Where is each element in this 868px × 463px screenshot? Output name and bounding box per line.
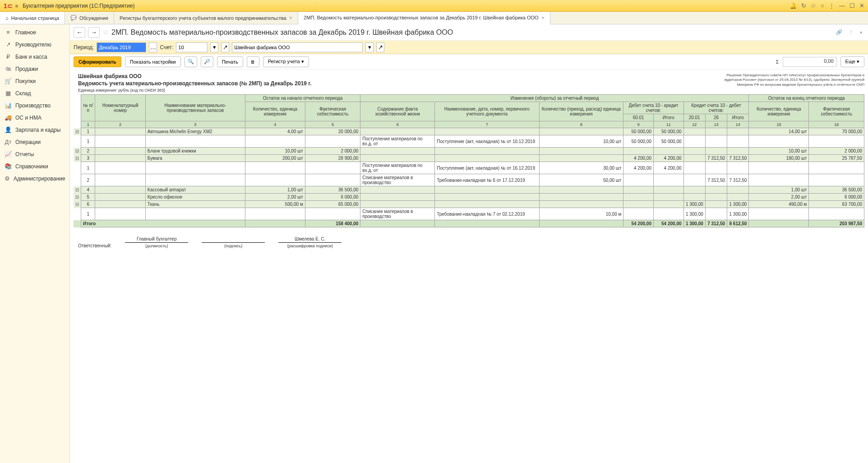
sidebar-icon: 🛒	[5, 78, 12, 84]
sidebar-icon: 🛍	[5, 65, 12, 72]
sidebar-item-9[interactable]: ДтОперации	[0, 136, 69, 148]
window-controls: 🔔 ↻ ☆ ○ ⋮ — ☐ ✕	[790, 2, 864, 9]
table-row[interactable]: 2Списание материалов в производствоТребо…	[74, 174, 864, 186]
account-input[interactable]	[176, 42, 208, 52]
circle-icon[interactable]: ○	[821, 2, 824, 9]
tab-registers-label: Регистры бухгалтерского учета субъектов …	[120, 15, 286, 21]
report-notice: Решение Президентского совета НП «Инстит…	[724, 73, 864, 87]
expand-icon[interactable]: ⊟	[74, 155, 81, 162]
close-icon[interactable]: ×	[289, 14, 293, 21]
expand-icon[interactable]	[74, 174, 81, 186]
forward-button[interactable]: →	[88, 27, 100, 38]
sidebar-item-6[interactable]: 📊Производство	[0, 99, 69, 111]
table-row[interactable]: ⊟1Автошина Michelin Energy XM24,00 шт20 …	[74, 128, 864, 135]
more-button[interactable]: Еще ▾	[840, 56, 864, 67]
back-button[interactable]: ←	[74, 27, 85, 38]
sidebar-icon: 📚	[5, 163, 12, 170]
table-row[interactable]: ⊟2Бланк трудовой книжки10,00 шт2 000,001…	[74, 148, 864, 155]
generate-button[interactable]: Сформировать	[74, 56, 121, 67]
sidebar-icon: ⚙	[5, 175, 10, 182]
table-row[interactable]: 1Поступление материалов по вх.д. отПосту…	[74, 162, 864, 174]
period-input[interactable]	[97, 42, 146, 52]
sidebar-item-12[interactable]: ⚙Администрирование	[0, 172, 69, 185]
signature-row: Ответственный: Главный бухгалтер (должно…	[78, 236, 864, 248]
star-icon[interactable]: ☆	[811, 2, 816, 9]
responsible-label: Ответственный:	[78, 243, 111, 248]
app-title: Бухгалтерия предприятия (1С:Предприятие)	[23, 3, 790, 9]
sum-display: 0,00	[783, 57, 837, 67]
expand-icon[interactable]: ⊟	[74, 201, 81, 208]
sidebar-item-10[interactable]: 📈Отчеты	[0, 148, 69, 160]
org-input[interactable]	[232, 42, 363, 52]
sidebar-icon: ₽	[5, 53, 12, 60]
expand-icon[interactable]	[74, 162, 81, 174]
close-icon[interactable]: ✕	[859, 2, 864, 9]
th-begin: Остаток на начало отчетного периода	[245, 95, 360, 102]
tab-home-label: Начальная страница	[11, 15, 59, 21]
th-end: Остаток на конец отчетного периода	[749, 95, 864, 102]
sidebar-item-5[interactable]: ▦Склад	[0, 87, 69, 99]
sidebar-label: Администрирование	[14, 176, 65, 182]
find-next-button[interactable]: 🔎	[201, 56, 213, 67]
sidebar-label: Покупки	[15, 78, 36, 84]
find-button[interactable]: 🔍	[185, 56, 197, 67]
sidebar-icon: ↗	[5, 41, 12, 48]
org-open-button[interactable]: ↗	[376, 42, 384, 52]
account-open-button[interactable]: ↗	[221, 42, 229, 52]
kebab-icon[interactable]: ⋮	[847, 28, 855, 36]
report-area: Швейная фабрика ООО Ведомость учета мате…	[70, 69, 868, 463]
sidebar-item-2[interactable]: ₽Банк и касса	[0, 51, 69, 63]
history-icon[interactable]: ↻	[801, 2, 806, 9]
print-button[interactable]: Печать	[217, 56, 243, 67]
tab-discuss[interactable]: 💬 Обсуждения	[65, 12, 114, 24]
sidebar-item-4[interactable]: 🛒Покупки	[0, 75, 69, 87]
report-title: Ведомость учета материально-производстве…	[78, 80, 311, 87]
expand-icon[interactable]: ⊟	[74, 148, 81, 155]
account-dropdown-button[interactable]: ▾	[210, 42, 218, 52]
table-row[interactable]: 1Поступление материалов по вх.д. отПосту…	[74, 135, 864, 148]
expand-icon[interactable]: ⊟	[74, 186, 81, 194]
register-button[interactable]: Регистр учета ▾	[263, 56, 309, 67]
sidebar-item-3[interactable]: 🛍Продажи	[0, 63, 69, 75]
favorite-icon[interactable]: ☆	[102, 28, 109, 37]
sidebar: ≡Главное↗Руководителю₽Банк и касса🛍Прода…	[0, 24, 70, 463]
chat-icon: 💬	[70, 15, 77, 21]
sidebar-item-0[interactable]: ≡Главное	[0, 26, 69, 38]
export-button[interactable]: 🗎	[247, 56, 259, 67]
table-row[interactable]: ⊟3Бумага200,00 шт28 900,004 200,004 200,…	[74, 155, 864, 162]
expand-icon[interactable]	[74, 208, 81, 220]
tab-report-label: 2МП. Ведомость материально-производствен…	[304, 15, 539, 20]
bell-icon[interactable]: 🔔	[790, 2, 797, 9]
page-title: 2МП. Ведомость материально-производствен…	[111, 28, 831, 37]
expand-icon[interactable]: ⊟	[74, 194, 81, 201]
sidebar-label: Операции	[15, 139, 41, 145]
expand-icon[interactable]: ⊟	[74, 128, 81, 135]
tab-registers[interactable]: Регистры бухгалтерского учета субъектов …	[114, 12, 298, 24]
minimize-icon[interactable]: —	[839, 2, 845, 9]
sidebar-label: Банк и касса	[15, 54, 47, 60]
menu-icon[interactable]: ≡	[15, 3, 18, 9]
toolbar: Сформировать Показать настройки 🔍 🔎 Печа…	[70, 54, 868, 69]
expand-icon[interactable]	[74, 135, 81, 148]
sidebar-item-8[interactable]: 👤Зарплата и кадры	[0, 124, 69, 136]
dots-icon[interactable]: ⋮	[829, 2, 835, 9]
tab-home[interactable]: ⌂ Начальная страница	[0, 12, 65, 24]
table-row[interactable]: ⊟5Кресло офисное2,00 шт6 000,002,00 шт6 …	[74, 194, 864, 201]
settings-button[interactable]: Показать настройки	[125, 56, 181, 67]
close-doc-icon[interactable]: ×	[858, 29, 864, 36]
table-row[interactable]: ⊟4Кассовый аппарат1,00 шт36 500,001,00 ш…	[74, 186, 864, 194]
sidebar-item-7[interactable]: 🚚ОС и НМА	[0, 111, 69, 124]
period-label: Период:	[74, 44, 94, 51]
tab-report[interactable]: 2МП. Ведомость материально-производствен…	[298, 12, 550, 24]
table-row[interactable]: 1Списание материалов в производствоТребо…	[74, 208, 864, 220]
org-dropdown-button[interactable]: ▾	[365, 42, 374, 52]
sign-position: Главный бухгалтер	[125, 236, 188, 243]
close-icon[interactable]: ×	[541, 14, 545, 21]
table-row[interactable]: ⊟6Ткань500,00 м65 000,001 300,001 300,00…	[74, 201, 864, 208]
sidebar-label: Главное	[15, 29, 36, 36]
link-icon[interactable]: 🔗	[834, 28, 844, 36]
sidebar-item-11[interactable]: 📚Справочники	[0, 160, 69, 172]
maximize-icon[interactable]: ☐	[850, 2, 855, 9]
sidebar-item-1[interactable]: ↗Руководителю	[0, 38, 69, 51]
period-picker-button[interactable]: …	[149, 42, 157, 52]
